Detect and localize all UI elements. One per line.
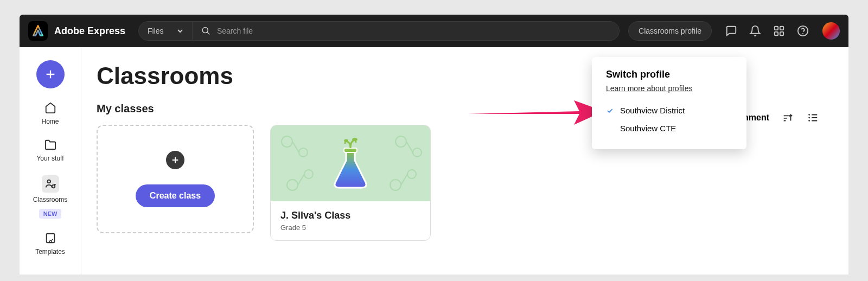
svg-rect-12 [46,234,54,243]
files-label: Files [148,27,164,35]
class-card[interactable]: J. Silva's Class Grade 5 [270,125,431,241]
flask-icon [329,136,372,190]
profile-option-southview-cte[interactable]: Southview CTE [606,119,732,137]
svg-point-22 [287,180,298,190]
search-bar: Files [138,21,620,41]
search-icon [201,26,210,36]
apps-icon[interactable] [773,24,786,37]
help-icon[interactable] [796,24,809,37]
switch-profile-popover: Switch profile Learn more about profiles… [592,57,746,149]
header-icons [720,22,840,40]
svg-rect-4 [775,32,778,35]
svg-rect-28 [344,148,357,152]
svg-line-1 [207,32,209,34]
sidebar-item-home[interactable]: Home [20,101,81,125]
sort-icon[interactable] [781,111,794,124]
svg-rect-3 [780,27,783,30]
home-icon [44,101,57,114]
search-input[interactable] [217,27,610,35]
svg-point-7 [802,33,803,34]
add-button[interactable] [36,60,65,88]
svg-point-17 [299,148,308,157]
check-icon [606,107,615,114]
sidebar-item-label: Home [41,118,59,125]
sidebar-item-classrooms[interactable]: Classrooms NEW [20,175,81,219]
classrooms-profile-button[interactable]: Classrooms profile [628,21,712,41]
notification-icon[interactable] [749,24,762,37]
svg-point-19 [395,136,406,147]
svg-line-27 [401,174,407,185]
svg-point-26 [407,170,416,178]
adobe-express-logo-icon [28,21,48,41]
files-dropdown[interactable]: Files [139,22,193,40]
sidebar-item-label: Your stuff [36,155,63,162]
svg-point-23 [304,170,313,178]
sidebar-item-templates[interactable]: Templates [20,232,81,256]
profile-option-southview-district[interactable]: Southview District [606,101,732,119]
svg-line-18 [292,142,299,152]
svg-point-20 [413,148,422,157]
profile-label: Southview District [620,106,685,115]
create-class-card[interactable]: Create class [97,125,254,233]
profile-label: Southview CTE [620,124,676,133]
sidebar: Home Your stuff Classrooms NEW Templates [20,47,81,274]
app-name: Adobe Express [54,25,125,37]
folder-icon [44,138,57,151]
popover-title: Switch profile [606,69,732,80]
sidebar-item-your-stuff[interactable]: Your stuff [20,138,81,162]
svg-rect-2 [775,27,778,30]
learn-more-link[interactable]: Learn more about profiles [606,84,693,93]
svg-point-38 [808,120,810,122]
svg-point-25 [390,180,401,190]
svg-point-0 [202,28,208,33]
chevron-down-icon [177,28,183,34]
svg-point-36 [808,117,810,119]
class-card-body: J. Silva's Class Grade 5 [271,201,430,240]
class-grade: Grade 5 [280,223,420,232]
sidebar-item-label: Classrooms [33,196,67,203]
search-field[interactable] [193,22,619,40]
templates-icon [44,232,57,245]
plus-circle-icon [166,151,184,169]
classrooms-icon [42,175,59,193]
avatar[interactable] [822,22,840,40]
svg-line-24 [298,174,304,185]
svg-point-16 [282,136,292,147]
svg-point-34 [808,114,810,116]
logo[interactable]: Adobe Express [28,21,125,41]
plus-icon [44,68,56,80]
svg-rect-5 [780,32,783,35]
app-frame: Adobe Express Files Classrooms profile [20,15,848,274]
svg-point-10 [47,180,50,183]
list-view-icon[interactable] [806,111,819,124]
comment-icon[interactable] [725,24,738,37]
create-class-button[interactable]: Create class [136,184,215,207]
class-thumbnail [271,125,430,201]
svg-point-30 [344,139,348,142]
svg-point-13 [49,241,52,243]
sidebar-item-label: Templates [35,248,65,256]
svg-point-29 [352,138,358,141]
svg-line-21 [406,142,413,152]
new-badge: NEW [39,209,62,219]
class-name: J. Silva's Class [280,210,420,221]
header-bar: Adobe Express Files Classrooms profile [20,15,848,47]
